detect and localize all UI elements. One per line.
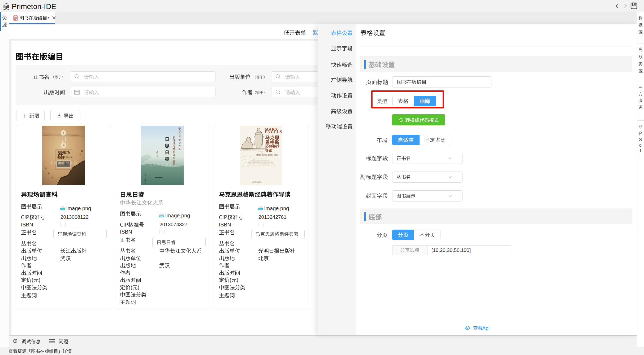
svg-text:IMAGE: IMAGE (259, 208, 262, 210)
svg-text:IMAGE: IMAGE (160, 216, 163, 217)
svg-text:IMAGE: IMAGE (61, 208, 64, 210)
